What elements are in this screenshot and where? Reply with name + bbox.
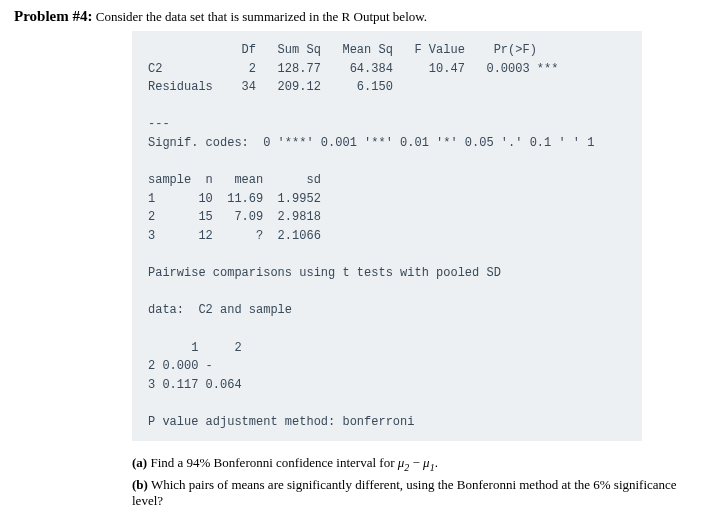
part-a-text-pre: Find a 94% Bonferonni confidence interva… xyxy=(150,455,397,470)
part-b: (b) Which pairs of means are significant… xyxy=(132,477,700,509)
part-a-label: (a) xyxy=(132,455,147,470)
mu2: μ2 xyxy=(398,455,410,470)
mu1: μ1 xyxy=(423,455,435,470)
part-b-text: Which pairs of means are significantly d… xyxy=(132,477,677,508)
problem-number: Problem #4: xyxy=(14,8,92,24)
problem-header: Problem #4: Consider the data set that i… xyxy=(14,8,700,25)
minus: − xyxy=(409,455,423,470)
problem-description: Consider the data set that is summarized… xyxy=(96,9,427,24)
part-a-text-post: . xyxy=(435,455,438,470)
part-b-label: (b) xyxy=(132,477,148,492)
part-a: (a) Find a 94% Bonferonni confidence int… xyxy=(132,455,700,473)
r-output-block: Df Sum Sq Mean Sq F Value Pr(>F) C2 2 12… xyxy=(132,31,642,441)
